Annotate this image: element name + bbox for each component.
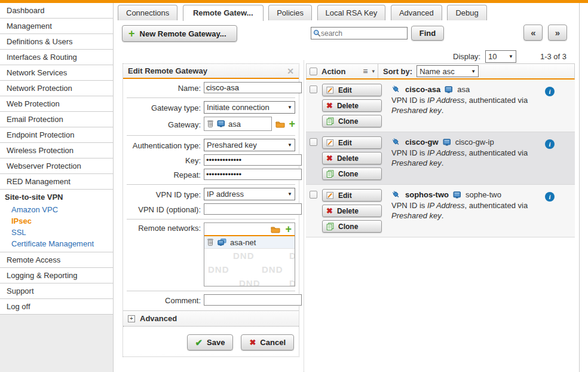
sidebar-item-definitions-users[interactable]: Definitions & Users [0,34,113,50]
sidebar-item-red-management[interactable]: RED Management [0,174,113,190]
network-icon [218,239,226,246]
close-icon[interactable]: ✕ [287,66,294,76]
divider [127,291,295,291]
sidebar-item-logging-reporting[interactable]: Logging & Reporting [0,268,113,283]
clone-button[interactable]: Clone [322,115,382,127]
search-input[interactable] [321,29,407,38]
gateway-object-box: asa [204,117,272,131]
info-icon[interactable]: i [545,192,555,202]
sidebar-item-remote-access[interactable]: Remote Access [0,252,113,268]
gateway-description: VPN ID is IP Address, authenticated via … [391,201,532,221]
edit-remote-gateway-panel: Edit Remote Gateway ✕ Name: Gateway type… [122,63,299,357]
add-icon[interactable]: + [289,120,295,128]
edit-label: Edit [338,86,352,94]
sidebar-item-log-off[interactable]: Log off [0,299,113,315]
vpn-id-type-select[interactable]: IP address ▼ [204,188,295,200]
action-label: Action [321,67,359,76]
cancel-button[interactable]: ✖ Cancel [241,334,294,350]
add-icon[interactable]: + [285,225,292,233]
folder-icon[interactable] [275,120,285,128]
vpn-id-field[interactable] [204,203,302,215]
prev-page-button[interactable]: « [523,25,543,41]
sidebar-item-dashboard[interactable]: Dashboard [0,3,113,19]
sidebar-item-ssl[interactable]: SSL [0,227,113,238]
name-field[interactable] [204,82,302,93]
chevron-down-icon: ▼ [287,142,292,148]
tab-policies[interactable]: Policies [268,5,312,20]
edit-button[interactable]: Edit [322,189,382,202]
tab-connections[interactable]: Connections [118,5,177,20]
trash-icon[interactable] [207,120,214,128]
repeat-field[interactable] [204,169,302,180]
auth-type-value: Preshared key [207,141,285,150]
tab-remote-gateways[interactable]: Remote Gatew... [183,5,264,21]
action-menu[interactable]: Action ≡ ▾ [307,64,378,78]
sort-by-label: Sort by: [383,67,412,76]
sidebar-section-site-to-site-vpn: Site-to-site VPN Amazon VPC IPsec SSL Ce… [0,190,113,252]
row-checkbox[interactable] [310,191,317,199]
new-remote-gateway-button[interactable]: + New Remote Gateway... [122,25,237,42]
sidebar-item-webserver-protection[interactable]: Webserver Protection [0,158,113,174]
key-field[interactable] [204,154,302,166]
sort-select[interactable]: Name asc ▼ [416,65,479,77]
edit-button[interactable]: Edit [322,84,382,96]
sidebar-item-wireless-protection[interactable]: Wireless Protection [0,143,113,158]
delete-button[interactable]: ✖ Delete [322,205,382,217]
list-menu-icon: ≡ [363,66,368,76]
find-button[interactable]: Find [411,26,444,41]
remote-network-item[interactable]: asa-net [204,236,295,249]
clone-button[interactable]: Clone [322,220,382,233]
sidebar-item-amazon-vpc[interactable]: Amazon VPC [0,204,113,215]
delete-button[interactable]: ✖ Delete [322,99,382,112]
top-accent-bar [0,0,588,3]
auth-type-select[interactable]: Preshared key ▼ [204,139,295,151]
gateway-name: cisco-gw [405,138,439,147]
sidebar-item-interfaces-routing[interactable]: Interfaces & Routing [0,50,113,65]
divider [127,184,295,185]
gateway-description: VPN ID is IP Address, authenticated via … [391,96,532,116]
edit-label: Edit [338,191,352,200]
vpn-plug-icon [391,85,401,94]
sidebar-item-network-protection[interactable]: Network Protection [0,81,113,96]
clone-button[interactable]: Clone [322,167,382,180]
tab-local-rsa-key[interactable]: Local RSA Key [317,5,386,20]
divider [127,219,295,219]
comment-field[interactable] [204,294,302,306]
row-checkbox[interactable] [310,86,317,93]
check-icon: ✔ [195,337,203,348]
info-icon[interactable]: i [545,139,555,149]
sidebar-item-site-to-site-vpn[interactable]: Site-to-site VPN [0,190,113,204]
sidebar-item-network-services[interactable]: Network Services [0,65,113,81]
advanced-section-toggle[interactable]: + Advanced [123,310,299,327]
info-icon[interactable]: i [545,87,555,96]
dnd-drop-area[interactable]: DND DND DND DND DND DND [204,249,295,286]
display-count-value: 10 [488,52,506,61]
delete-button[interactable]: ✖ Delete [322,152,382,164]
pane-divider [304,60,304,372]
select-all-checkbox[interactable] [310,68,317,75]
sidebar-item-email-protection[interactable]: Email Protection [0,112,113,127]
tab-debug[interactable]: Debug [447,5,486,20]
sidebar-item-support[interactable]: Support [0,283,113,299]
gateway-name: cisco-asa [405,85,440,94]
sidebar-item-ipsec[interactable]: IPsec [0,215,113,227]
advanced-label: Advanced [140,314,177,323]
edit-button[interactable]: Edit [322,136,382,149]
sidebar-item-management[interactable]: Management [0,19,113,34]
save-button[interactable]: ✔ Save [187,334,234,350]
delete-label: Delete [337,207,359,215]
next-page-button[interactable]: » [548,25,567,41]
folder-icon[interactable] [271,225,280,233]
trash-icon[interactable] [207,238,214,246]
delete-icon: ✖ [326,206,333,215]
dnd-watermark: DND [262,264,283,275]
plus-icon: + [128,29,135,38]
chevron-down-icon: ▼ [509,54,513,59]
display-count-select[interactable]: 10 ▼ [485,50,516,63]
gateway-type-select[interactable]: Initiate connection ▼ [204,101,295,114]
sidebar-item-web-protection[interactable]: Web Protection [0,96,113,112]
row-checkbox[interactable] [310,138,317,146]
sidebar-item-endpoint-protection[interactable]: Endpoint Protection [0,127,113,143]
sidebar-item-certificate-management[interactable]: Certificate Management [0,238,113,249]
tab-advanced[interactable]: Advanced [391,5,442,20]
